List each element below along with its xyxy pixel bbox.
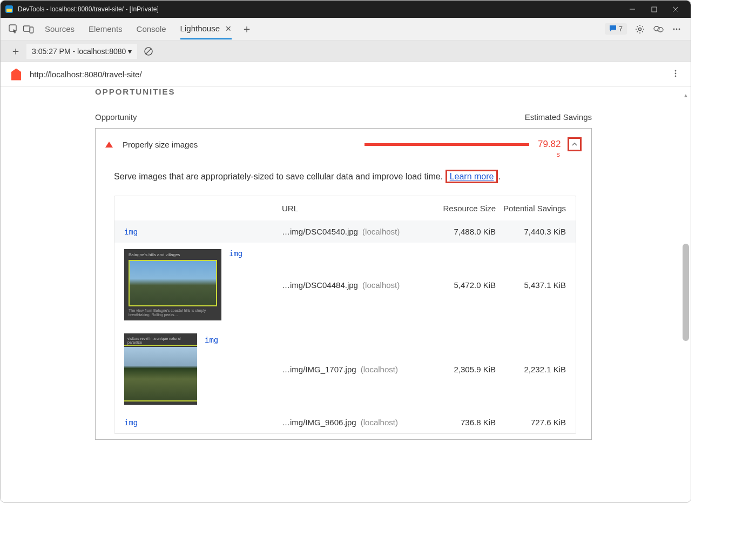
image-thumbnail[interactable]: Balagne's hills and villages The view fr…: [124, 249, 221, 320]
issues-count: 7: [619, 25, 623, 33]
window-minimize-button[interactable]: [622, 1, 643, 18]
chevron-down-icon: ▾: [128, 47, 132, 56]
audit-description: Serve images that are appropriately-size…: [114, 172, 576, 182]
th-size: Resource Size: [426, 204, 496, 213]
svg-rect-7: [24, 26, 30, 31]
table-row: img …img/DSC04540.jpg (localhost) 7,488.…: [114, 220, 576, 243]
scroll-thumb[interactable]: [683, 244, 689, 341]
window-title: DevTools - localhost:8080/travel-site/ -…: [18, 5, 159, 13]
audit-table: URL Resource Size Potential Savings img …: [114, 196, 576, 434]
report-url-bar: http://localhost:8080/travel-site/: [1, 62, 691, 87]
svg-point-11: [658, 28, 663, 32]
devtools-app-icon: [5, 5, 14, 14]
svg-point-13: [676, 28, 678, 30]
svg-point-19: [675, 76, 677, 77]
tab-lighthouse-label: Lighthouse: [180, 24, 220, 33]
new-report-button[interactable]: ＋: [5, 44, 26, 58]
column-header-opportunity: Opportunity: [95, 112, 525, 122]
audit-card: Properly size images 79.82 s Serve image…: [95, 128, 592, 440]
lighthouse-toolbar: ＋ 3:05:27 PM - localhost:8080 ▾: [1, 41, 691, 62]
audit-header[interactable]: Properly size images 79.82 s: [96, 129, 591, 160]
column-header-savings: Estimated Savings: [525, 112, 592, 122]
report-selector-dropdown[interactable]: 3:05:27 PM - localhost:8080 ▾: [26, 44, 137, 59]
settings-icon[interactable]: [634, 24, 645, 35]
report-url: http://localhost:8080/travel-site/: [30, 70, 142, 79]
table-row: img …img/IMG_9606.jpg (localhost) 736.8 …: [114, 411, 576, 433]
savings-bar: [364, 143, 529, 146]
element-tag[interactable]: img: [205, 336, 218, 344]
svg-point-14: [679, 28, 680, 30]
table-row: Balagne's hills and villages The view fr…: [114, 243, 576, 327]
svg-point-10: [654, 26, 659, 31]
feedback-icon[interactable]: [653, 24, 664, 35]
scroll-up-icon[interactable]: ▲: [682, 92, 690, 100]
svg-point-17: [675, 70, 677, 72]
learn-more-link[interactable]: Learn more: [449, 170, 495, 183]
th-url: URL: [282, 204, 426, 213]
audit-title: Properly size images: [123, 140, 198, 149]
svg-point-9: [639, 28, 642, 30]
image-thumbnail[interactable]: visitors revel in a unique natural parad…: [124, 333, 197, 405]
collapse-button[interactable]: [568, 137, 582, 151]
svg-rect-1: [6, 9, 12, 12]
more-menu-icon[interactable]: [671, 24, 682, 35]
element-tag[interactable]: img: [124, 227, 138, 236]
issues-badge[interactable]: 7: [605, 23, 627, 35]
element-tag[interactable]: img: [124, 418, 138, 427]
issues-icon: [609, 24, 617, 34]
savings-value: 79.82: [538, 139, 561, 150]
table-row: visitors revel in a unique natural parad…: [114, 327, 576, 411]
window-titlebar: DevTools - localhost:8080/travel-site/ -…: [1, 1, 691, 18]
clear-report-button[interactable]: [143, 45, 154, 57]
add-tab-button[interactable]: ＋: [241, 22, 252, 36]
audit-fail-icon: [105, 142, 113, 148]
tab-sources[interactable]: Sources: [45, 19, 75, 39]
report-selector-label: 3:05:27 PM - localhost:8080: [32, 47, 126, 56]
devtools-tabstrip: Sources Elements Console Lighthouse ✕ ＋ …: [1, 18, 691, 41]
tab-console[interactable]: Console: [137, 19, 166, 39]
report-menu-icon[interactable]: [671, 69, 680, 79]
tab-close-icon[interactable]: ✕: [225, 24, 232, 33]
svg-line-16: [146, 49, 151, 54]
window-close-button[interactable]: [665, 1, 686, 18]
lighthouse-icon: [11, 69, 21, 81]
svg-rect-3: [652, 7, 657, 12]
device-toolbar-icon[interactable]: [23, 24, 34, 35]
tab-lighthouse[interactable]: Lighthouse ✕: [180, 18, 232, 39]
scrollbar[interactable]: ▲: [682, 92, 690, 497]
report-content: OPPORTUNITIES Opportunity Estimated Savi…: [1, 87, 691, 502]
element-tag[interactable]: img: [229, 249, 242, 258]
svg-point-12: [673, 28, 675, 30]
section-title: OPPORTUNITIES: [95, 87, 592, 96]
window-maximize-button[interactable]: [643, 1, 665, 18]
inspect-element-icon[interactable]: [8, 24, 19, 35]
savings-unit: s: [557, 150, 561, 158]
svg-point-18: [675, 73, 677, 75]
tab-elements[interactable]: Elements: [89, 19, 123, 39]
th-savings: Potential Savings: [496, 204, 566, 213]
